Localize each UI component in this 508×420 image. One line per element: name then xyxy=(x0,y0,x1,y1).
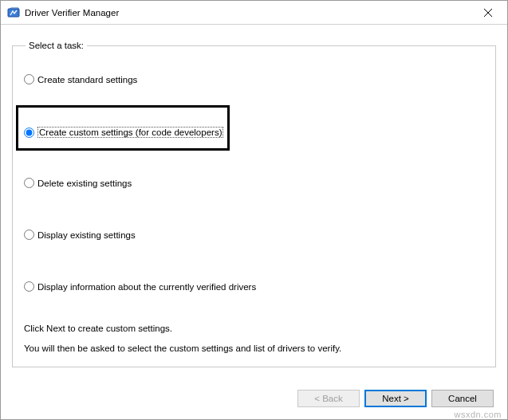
radio-delete-existing[interactable]: Delete existing settings xyxy=(24,178,132,188)
content-area: Select a task: Create standard settings … xyxy=(1,25,507,375)
instruction-line-2: You will then be asked to select the cus… xyxy=(24,343,341,353)
button-row: < Back Next > Cancel xyxy=(297,390,494,407)
radio-display-info-input[interactable] xyxy=(24,281,34,292)
cancel-button[interactable]: Cancel xyxy=(431,390,494,407)
next-button[interactable]: Next > xyxy=(364,390,427,407)
instruction-line-1: Click Next to create custom settings. xyxy=(24,324,172,333)
titlebar: Driver Verifier Manager xyxy=(1,1,507,25)
radio-delete-existing-label: Delete existing settings xyxy=(37,179,132,188)
radio-create-custom[interactable]: Create custom settings (for code develop… xyxy=(24,127,223,138)
close-icon xyxy=(484,9,492,17)
radio-create-custom-label: Create custom settings (for code develop… xyxy=(37,127,223,138)
radio-create-standard[interactable]: Create standard settings xyxy=(24,74,137,84)
radio-create-standard-input[interactable] xyxy=(24,74,34,84)
groupbox-legend: Select a task: xyxy=(26,41,87,50)
radio-display-existing[interactable]: Display existing settings xyxy=(24,230,136,240)
app-icon xyxy=(7,6,20,19)
radio-display-existing-label: Display existing settings xyxy=(37,230,136,240)
radio-display-existing-input[interactable] xyxy=(24,230,34,240)
radio-create-standard-label: Create standard settings xyxy=(37,75,137,84)
close-button[interactable] xyxy=(472,2,504,24)
back-button: < Back xyxy=(297,390,360,407)
watermark: wsxdn.com xyxy=(454,410,502,419)
radio-delete-existing-input[interactable] xyxy=(24,178,34,188)
window-title: Driver Verifier Manager xyxy=(25,8,472,18)
radio-create-custom-input[interactable] xyxy=(24,128,34,138)
radio-display-info-label: Display information about the currently … xyxy=(37,282,256,292)
task-groupbox: Select a task: Create standard settings … xyxy=(12,41,496,367)
radio-display-info[interactable]: Display information about the currently … xyxy=(24,281,256,292)
